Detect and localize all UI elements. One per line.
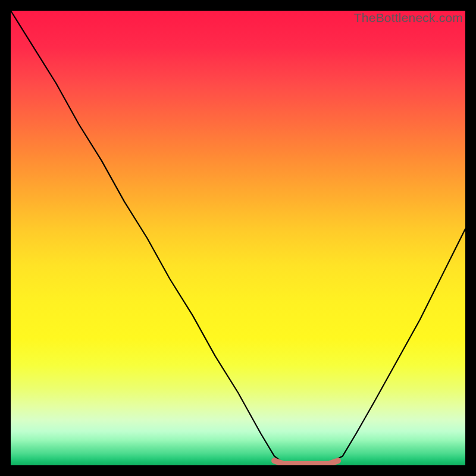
bottleneck-curve-path — [11, 11, 465, 464]
chart-svg — [11, 11, 465, 465]
sweet-spot-band-path — [274, 461, 338, 464]
plot-area: TheBottleneck.com — [11, 11, 465, 465]
chart-frame: TheBottleneck.com — [0, 0, 476, 476]
